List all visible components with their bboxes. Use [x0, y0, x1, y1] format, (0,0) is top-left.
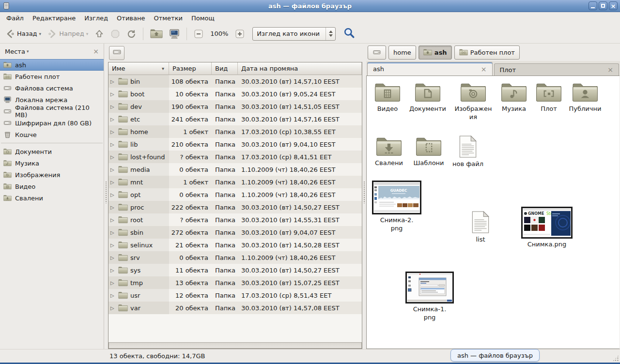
- icon-view-item[interactable]: Плот: [534, 82, 563, 113]
- sidebar-place-item[interactable]: Работен плот: [0, 71, 104, 82]
- menu-item[interactable]: Помощ: [187, 13, 219, 23]
- zoom-in-button[interactable]: [232, 27, 247, 41]
- sidebar-place-item[interactable]: Видео: [0, 181, 104, 192]
- tree-row[interactable]: ▷ sys 11 обекта Папка 30.03.2010 (вт) 14…: [108, 264, 362, 276]
- zoom-level[interactable]: 100%: [207, 30, 231, 37]
- icon-view-item[interactable]: Шаблони: [411, 136, 446, 167]
- path-button[interactable]: home: [388, 46, 416, 60]
- tab[interactable]: ash ×: [367, 62, 493, 76]
- icon-view-item[interactable]: Видео: [372, 82, 403, 113]
- icon-view-item[interactable]: list: [467, 211, 494, 244]
- file-name-cell[interactable]: ▷ lost+found: [108, 151, 169, 163]
- path-button[interactable]: [368, 46, 386, 60]
- expander-icon[interactable]: ▷: [110, 91, 116, 97]
- tree-row[interactable]: ▷ var 20 обекта Папка 30.03.2010 (вт) 14…: [108, 302, 362, 314]
- file-name-cell[interactable]: ▷ home: [108, 125, 169, 138]
- computer-button[interactable]: [167, 27, 182, 41]
- pane-splitter[interactable]: [362, 44, 366, 349]
- column-header-type[interactable]: Вид: [212, 62, 238, 75]
- icon-view-item[interactable]: GNOMEStore Снимка.png: [520, 207, 574, 249]
- titlebar[interactable]: ash — файлов браузър ×: [0, 0, 620, 12]
- resize-grip[interactable]: [612, 355, 619, 362]
- tree-row[interactable]: ▷ home 1 обект Папка 17.03.2010 (ср) 10,…: [108, 125, 362, 138]
- sidebar-splitter[interactable]: [104, 44, 108, 349]
- column-header-date[interactable]: Дата на промяна: [238, 62, 362, 75]
- icon-view-item[interactable]: Документи: [405, 82, 450, 113]
- sidebar-pane-selector[interactable]: Места ▾: [5, 48, 29, 55]
- icon-view-item[interactable]: Изображен ия: [453, 82, 494, 121]
- tree-row[interactable]: ▷ srv 0 обекта Папка 1.10.2009 (чт) 18,4…: [108, 251, 362, 264]
- path-button[interactable]: Работен плот: [454, 46, 520, 60]
- path-button[interactable]: ash: [418, 46, 452, 60]
- minimize-button[interactable]: [589, 1, 597, 10]
- tree-row[interactable]: ▷ lost+found ? обекта Папка 17.03.2010 (…: [108, 151, 362, 163]
- home-button[interactable]: [148, 27, 165, 41]
- sidebar-place-item[interactable]: Музика: [0, 157, 104, 169]
- back-button[interactable]: Назад ▾: [3, 27, 44, 41]
- expander-icon[interactable]: ▷: [110, 205, 116, 210]
- expander-icon[interactable]: ▷: [110, 192, 116, 197]
- file-name-cell[interactable]: ▷ root: [108, 213, 169, 226]
- expander-icon[interactable]: ▷: [110, 180, 116, 185]
- tree-row[interactable]: ▷ lib 210 обекта Папка 30.03.2010 (вт) 9…: [108, 138, 362, 151]
- file-name-cell[interactable]: ▷ proc: [108, 201, 169, 213]
- expander-icon[interactable]: ▷: [110, 255, 116, 260]
- menu-item[interactable]: Изглед: [80, 13, 112, 23]
- file-name-cell[interactable]: ▷ mnt: [108, 176, 169, 188]
- view-mode-spinner[interactable]: [326, 28, 335, 40]
- icon-view-item[interactable]: Публични: [565, 82, 605, 113]
- icon-view[interactable]: Видео Документи Изображен ия Муз: [366, 76, 620, 349]
- view-mode-select[interactable]: Изглед като икони: [252, 27, 336, 41]
- menu-item[interactable]: Отиване: [112, 13, 149, 23]
- sidebar-place-item[interactable]: Кошче: [0, 129, 104, 140]
- tree-row[interactable]: ▷ sbin 272 обекта Папка 30.03.2010 (вт) …: [108, 226, 362, 239]
- sidebar-place-item[interactable]: Шифриран дял (80 GB): [0, 117, 104, 129]
- tree-row[interactable]: ▷ etc 241 обекта Папка 30.03.2010 (вт) 1…: [108, 113, 362, 125]
- tree-row[interactable]: ▷ opt 0 обекта Папка 1.10.2009 (чт) 18,4…: [108, 188, 362, 201]
- file-name-cell[interactable]: ▷ boot: [108, 88, 169, 100]
- expander-icon[interactable]: ▷: [110, 293, 116, 298]
- file-name-cell[interactable]: ▷ sys: [108, 264, 169, 276]
- file-name-cell[interactable]: ▷ usr: [108, 289, 169, 302]
- search-button[interactable]: [342, 26, 356, 42]
- file-name-cell[interactable]: ▷ dev: [108, 100, 169, 113]
- file-name-cell[interactable]: ▷ var: [108, 302, 169, 314]
- expander-icon[interactable]: ▷: [110, 104, 116, 109]
- file-name-cell[interactable]: ▷ etc: [108, 113, 169, 125]
- filesystem-root-button[interactable]: [109, 46, 124, 60]
- tree-row[interactable]: ▷ mnt 1 обект Папка 1.10.2009 (чт) 18,40…: [108, 176, 362, 188]
- tab-close-icon[interactable]: ×: [607, 66, 613, 74]
- tree-row[interactable]: ▷ media 0 обекта Папка 1.10.2009 (чт) 18…: [108, 163, 362, 176]
- expander-icon[interactable]: ▷: [110, 142, 116, 147]
- sidebar-close-button[interactable]: ×: [93, 47, 99, 55]
- expander-icon[interactable]: ▷: [110, 117, 116, 122]
- maximize-button[interactable]: [599, 1, 607, 10]
- expander-icon[interactable]: ▷: [110, 280, 116, 286]
- icon-view-item[interactable]: Свалени: [372, 136, 405, 167]
- file-name-cell[interactable]: ▷ srv: [108, 251, 169, 264]
- sidebar-place-item[interactable]: Файлова система: [0, 82, 104, 94]
- menu-item[interactable]: Редактиране: [28, 13, 80, 23]
- sidebar-place-item[interactable]: Файлова система (210 MB): [0, 106, 104, 117]
- tree-row[interactable]: ▷ bin 108 обекта Папка 30.03.2010 (вт) 1…: [108, 75, 362, 88]
- expander-icon[interactable]: ▷: [110, 268, 116, 273]
- file-name-cell[interactable]: ▷ tmp: [108, 276, 169, 289]
- sidebar-place-item[interactable]: Изображения: [0, 169, 104, 181]
- tree-row[interactable]: ▷ tmp 13 обекта Папка 30.03.2010 (вт) 15…: [108, 276, 362, 289]
- expander-icon[interactable]: ▷: [110, 305, 116, 311]
- sidebar-place-item[interactable]: Документи: [0, 146, 104, 157]
- tree-row[interactable]: ▷ boot 10 обекта Папка 30.03.2010 (вт) 9…: [108, 88, 362, 100]
- back-history-caret-icon[interactable]: ▾: [39, 31, 42, 36]
- forward-button[interactable]: Напред ▾: [45, 27, 91, 41]
- icon-view-item[interactable]: Музика: [496, 82, 531, 113]
- up-button[interactable]: [92, 27, 107, 41]
- tree-row[interactable]: ▷ selinux 21 обекта Папка 30.03.2010 (вт…: [108, 239, 362, 251]
- column-header-name[interactable]: Име ▾: [108, 62, 169, 75]
- icon-view-item[interactable]: GUADEC Снимка-2. png: [371, 181, 423, 233]
- reload-button[interactable]: [124, 27, 139, 41]
- file-name-cell[interactable]: ▷ sbin: [108, 226, 169, 239]
- tab-close-icon[interactable]: ×: [481, 65, 487, 73]
- expander-icon[interactable]: ▷: [110, 167, 116, 172]
- file-name-cell[interactable]: ▷ media: [108, 163, 169, 176]
- menu-item[interactable]: Файл: [2, 13, 28, 23]
